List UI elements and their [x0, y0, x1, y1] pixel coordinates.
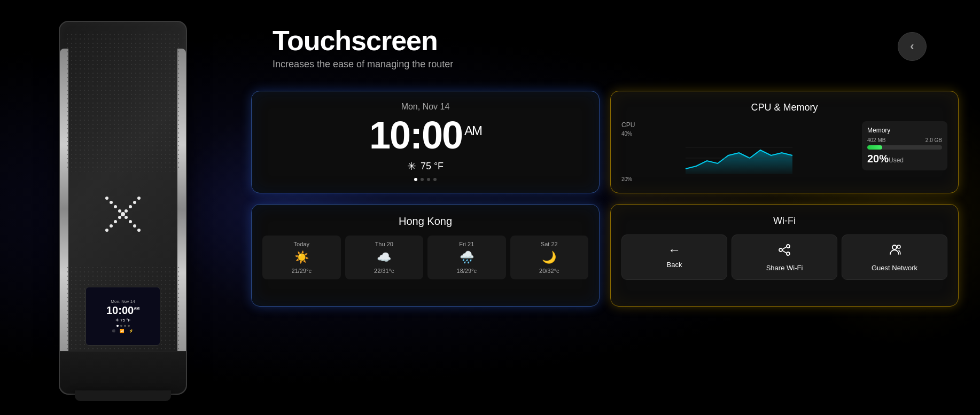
- cpu-content: CPU 40%: [621, 121, 947, 182]
- cpu-chart-svg: [621, 137, 857, 174]
- datetime-dot-4: [433, 178, 437, 181]
- screen-date: Mon, Nov 14: [111, 299, 135, 304]
- datetime-dot-2: [421, 178, 424, 181]
- wifi-back-button[interactable]: ← Back: [621, 234, 727, 280]
- svg-line-23: [782, 250, 787, 253]
- cpu-20-label: 20%: [621, 176, 857, 182]
- wifi-back-label: Back: [626, 261, 722, 269]
- datetime-ampm: AM: [464, 123, 481, 138]
- main-content: Touchscreen Increases the ease of managi…: [230, 0, 980, 415]
- weather-day-today: Today ☀️ 21/29°c: [262, 236, 341, 279]
- screen-dot-1: [116, 325, 119, 327]
- weather-temp-today: 21/29°c: [266, 268, 338, 274]
- weather-day-sat: Sat 22 🌙 20/32°c: [510, 236, 589, 279]
- wifi-guest-icon: [846, 242, 943, 261]
- svg-point-10: [114, 220, 117, 223]
- title-section: Touchscreen Increases the ease of managi…: [273, 27, 453, 70]
- weather-label-thu: Thu 20: [348, 241, 421, 247]
- router-device: Mon, Nov 14 10:00AM ✳ 75 °F ⊞ 📶 ⚡: [32, 0, 214, 415]
- memory-area: Memory 402 MB 2.0 GB 20%Used: [862, 121, 947, 170]
- screen-weather: ✳ 75 °F: [115, 318, 130, 323]
- wifi-share-icon: [736, 242, 833, 261]
- svg-point-20: [779, 248, 782, 252]
- cpu-40-label: 40%: [621, 131, 857, 137]
- memory-used-percent: 20%Used: [867, 153, 942, 165]
- memory-used-mb: 402 MB: [867, 137, 885, 143]
- screen-dot-4: [128, 325, 130, 327]
- wifi-buttons: ← Back Share Wi-Fi: [621, 234, 947, 280]
- screen-bottom-icons: ⊞ 📶 ⚡: [112, 329, 134, 333]
- memory-total: 2.0 GB: [925, 137, 942, 143]
- svg-line-22: [782, 247, 787, 249]
- wifi-title: Wi-Fi: [621, 215, 947, 226]
- svg-point-5: [133, 201, 136, 204]
- wifi-guest-button[interactable]: Guest Network: [842, 234, 947, 280]
- back-button[interactable]: ‹: [898, 32, 927, 61]
- wifi-back-icon: ←: [626, 242, 722, 257]
- weather-icon-thu: ☁️: [348, 250, 421, 264]
- screen-dots: [116, 325, 130, 327]
- weather-icon-fri: 🌧️: [431, 250, 503, 264]
- datetime-dot-1: [414, 178, 417, 181]
- weather-temp-fri: 18/29°c: [431, 268, 503, 274]
- page-title: Touchscreen: [273, 27, 453, 54]
- wifi-guest-label: Guest Network: [846, 264, 943, 272]
- cpu-memory-card: CPU & Memory CPU 40%: [610, 91, 959, 193]
- memory-title: Memory: [867, 127, 942, 134]
- memory-bar-fill: [867, 145, 882, 150]
- svg-point-12: [137, 229, 141, 232]
- weather-days: Today ☀️ 21/29°c Thu 20 ☁️ 22/31°c Fri 2…: [262, 236, 588, 279]
- datetime-dots: [262, 178, 588, 181]
- screen-time: 10:00: [106, 304, 134, 316]
- svg-point-16: [121, 212, 125, 216]
- svg-point-8: [105, 229, 108, 232]
- datetime-temperature: 75 °F: [421, 161, 444, 172]
- weather-temp-thu: 22/31°c: [348, 268, 421, 274]
- svg-point-11: [118, 216, 121, 219]
- datetime-time-value: 10:00: [369, 114, 462, 156]
- screen-ampm: AM: [134, 307, 139, 310]
- svg-point-9: [110, 224, 113, 228]
- weather-icon-sat: 🌙: [514, 250, 586, 264]
- weather-icon-today: ☀️: [266, 250, 338, 264]
- router-stand: [75, 390, 171, 401]
- wifi-share-button[interactable]: Share Wi-Fi: [732, 234, 837, 280]
- datetime-date: Mon, Nov 14: [262, 102, 588, 112]
- datetime-card: Mon, Nov 14 10:00AM ✳ 75 °F: [251, 91, 600, 193]
- weather-label-today: Today: [266, 241, 338, 247]
- svg-point-13: [133, 224, 136, 228]
- memory-bar: [867, 145, 942, 150]
- back-chevron-icon: ‹: [910, 40, 914, 53]
- cpu-chart-area: CPU 40%: [621, 121, 857, 182]
- datetime-dot-3: [427, 178, 430, 181]
- svg-point-3: [118, 209, 121, 213]
- svg-point-7: [125, 209, 128, 213]
- svg-point-25: [897, 245, 900, 248]
- wifi-share-label: Share Wi-Fi: [736, 264, 833, 272]
- screen-dot-2: [120, 325, 122, 327]
- cpu-card-title: CPU & Memory: [621, 102, 947, 113]
- weather-label-sat: Sat 22: [514, 241, 586, 247]
- weather-city: Hong Kong: [262, 215, 588, 228]
- weather-temp-sat: 20/32°c: [514, 268, 586, 274]
- weather-sun-icon: ✳: [407, 160, 416, 173]
- svg-point-21: [787, 252, 790, 255]
- page-subtitle: Increases the ease of managing the route…: [273, 59, 453, 70]
- datetime-time: 10:00AM: [262, 116, 588, 154]
- cpu-label: CPU: [621, 121, 857, 129]
- router-x-logo: [96, 187, 150, 241]
- memory-used-label: Used: [889, 156, 904, 164]
- wifi-card: Wi-Fi ← Back: [610, 204, 959, 307]
- router-small-screen: Mon, Nov 14 10:00AM ✳ 75 °F ⊞ 📶 ⚡: [85, 287, 160, 346]
- svg-point-15: [125, 216, 128, 219]
- router-bottom: [60, 351, 186, 394]
- memory-sizes: 402 MB 2.0 GB: [867, 137, 942, 143]
- weather-day-thu: Thu 20 ☁️ 22/31°c: [345, 236, 424, 279]
- svg-point-6: [129, 205, 132, 208]
- svg-point-4: [137, 197, 141, 200]
- router-mesh-top: [65, 33, 181, 171]
- svg-point-19: [787, 245, 790, 248]
- weather-label-fri: Fri 21: [431, 241, 503, 247]
- cards-grid: Mon, Nov 14 10:00AM ✳ 75 °F CPU & Memory…: [251, 91, 959, 307]
- svg-point-14: [129, 220, 132, 223]
